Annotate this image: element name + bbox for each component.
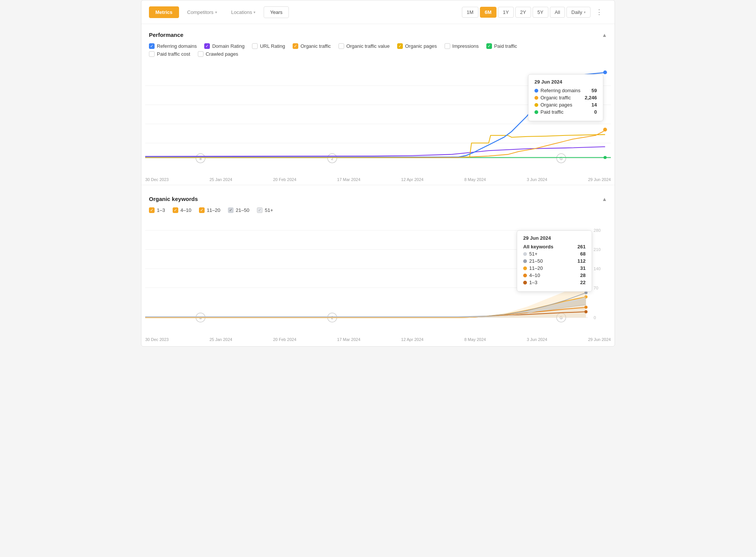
metric-paid-traffic-cost[interactable]: Paid traffic cost xyxy=(149,51,190,57)
checkbox-kw-51-plus[interactable]: ✓ xyxy=(257,207,263,213)
metric-paid-traffic[interactable]: ✓ Paid traffic xyxy=(486,43,517,49)
frequency-label: Daily xyxy=(571,9,582,15)
time-5y[interactable]: 5Y xyxy=(533,7,548,18)
performance-chart: a 2 G 29 Jun 2024 xyxy=(141,67,615,176)
y-label-210: 210 xyxy=(594,247,601,252)
organic-keywords-collapse-button[interactable]: ▲ xyxy=(602,196,607,202)
time-1m[interactable]: 1M xyxy=(462,7,478,18)
performance-header: Performance ▲ xyxy=(149,32,607,38)
organic-keywords-header: Organic keywords ▲ xyxy=(149,196,607,202)
metric-referring-domains[interactable]: ✓ Referring domains xyxy=(149,43,197,49)
metric-organic-pages[interactable]: ✓ Organic pages xyxy=(397,43,437,49)
metric-url-rating[interactable]: URL Rating xyxy=(252,43,285,49)
svg-point-26 xyxy=(584,306,587,309)
chevron-down-icon: ▾ xyxy=(215,10,217,14)
kw-filter-21-50[interactable]: ✓ 21–50 xyxy=(228,207,249,213)
header-tabs: Metrics Competitors ▾ Locations ▾ Years xyxy=(149,6,289,18)
frequency-dropdown[interactable]: Daily ▾ xyxy=(566,7,591,18)
checkbox-organic-traffic-value[interactable] xyxy=(339,43,344,49)
checkbox-impressions[interactable] xyxy=(445,43,450,49)
metric-domain-rating[interactable]: ✓ Domain Rating xyxy=(204,43,244,49)
divider-1 xyxy=(141,185,615,185)
kw-filter-4-10[interactable]: ✓ 4–10 xyxy=(173,207,191,213)
tab-competitors[interactable]: Competitors ▾ xyxy=(181,7,223,18)
checkbox-organic-traffic[interactable]: ✓ xyxy=(293,43,298,49)
checkbox-paid-traffic-cost[interactable] xyxy=(149,51,155,57)
tab-metrics[interactable]: Metrics xyxy=(149,6,179,18)
svg-point-25 xyxy=(584,310,587,313)
checkbox-referring-domains[interactable]: ✓ xyxy=(149,43,155,49)
checkbox-organic-pages[interactable]: ✓ xyxy=(397,43,403,49)
svg-point-28 xyxy=(584,291,587,294)
svg-text:G: G xyxy=(560,157,563,161)
time-1y[interactable]: 1Y xyxy=(498,7,514,18)
kw-filter-51-plus[interactable]: ✓ 51+ xyxy=(257,207,273,213)
y-label-140: 140 xyxy=(594,266,601,271)
chevron-down-icon: ▾ xyxy=(254,10,255,14)
checkbox-url-rating[interactable] xyxy=(252,43,258,49)
performance-title: Performance xyxy=(149,32,184,38)
performance-x-labels: 30 Dec 2023 25 Jan 2024 20 Feb 2024 17 M… xyxy=(141,176,615,182)
checkbox-kw-11-20[interactable]: ✓ xyxy=(199,207,205,213)
checkbox-kw-1-3[interactable]: ✓ xyxy=(149,207,155,213)
more-options-button[interactable]: ⋮ xyxy=(592,6,607,18)
keyword-x-labels: 30 Dec 2023 25 Jan 2024 20 Feb 2024 17 M… xyxy=(141,336,615,346)
checkbox-crawled-pages[interactable] xyxy=(198,51,203,57)
svg-point-13 xyxy=(603,128,607,131)
checkbox-kw-21-50[interactable]: ✓ xyxy=(228,207,234,213)
tab-years[interactable]: Years xyxy=(264,6,289,18)
organic-keywords-chart-svg: 280 210 140 70 0 a 2 G xyxy=(145,223,611,326)
performance-metrics-row-2: Paid traffic cost Crawled pages xyxy=(149,51,607,57)
kw-filter-1-3[interactable]: ✓ 1–3 xyxy=(149,207,165,213)
checkbox-kw-4-10[interactable]: ✓ xyxy=(173,207,178,213)
performance-metrics-row: ✓ Referring domains ✓ Domain Rating URL … xyxy=(149,43,607,49)
kw-filter-11-20[interactable]: ✓ 11–20 xyxy=(199,207,220,213)
organic-keywords-section: Organic keywords ▲ ✓ 1–3 ✓ 4–10 ✓ 11–20 … xyxy=(141,188,615,219)
performance-chart-svg: a 2 G xyxy=(145,67,611,166)
header: Metrics Competitors ▾ Locations ▾ Years … xyxy=(141,0,615,24)
y-label-0: 0 xyxy=(594,315,596,320)
time-2y[interactable]: 2Y xyxy=(515,7,531,18)
header-time-controls: 1M 6M 1Y 2Y 5Y All Daily ▾ ⋮ xyxy=(462,6,607,18)
organic-keywords-title: Organic keywords xyxy=(149,196,198,202)
metric-crawled-pages[interactable]: Crawled pages xyxy=(198,51,238,57)
performance-collapse-button[interactable]: ▲ xyxy=(602,32,607,38)
checkbox-domain-rating[interactable]: ✓ xyxy=(204,43,210,49)
svg-point-29 xyxy=(584,280,587,283)
time-all[interactable]: All xyxy=(550,7,565,18)
time-6m[interactable]: 6M xyxy=(480,7,496,18)
chevron-down-icon: ▾ xyxy=(584,10,586,14)
checkbox-paid-traffic[interactable]: ✓ xyxy=(486,43,492,49)
keyword-filters-row: ✓ 1–3 ✓ 4–10 ✓ 11–20 ✓ 21–50 ✓ 51+ xyxy=(149,207,607,213)
metric-impressions[interactable]: Impressions xyxy=(445,43,479,49)
tab-locations[interactable]: Locations ▾ xyxy=(225,7,262,18)
metric-organic-traffic-value[interactable]: Organic traffic value xyxy=(339,43,390,49)
y-label-280: 280 xyxy=(594,228,601,233)
svg-point-12 xyxy=(603,70,607,74)
y-label-70: 70 xyxy=(594,286,598,290)
metric-organic-traffic[interactable]: ✓ Organic traffic xyxy=(293,43,331,49)
performance-section: Performance ▲ ✓ Referring domains ✓ Doma… xyxy=(141,24,615,63)
svg-point-11 xyxy=(604,156,607,159)
organic-keywords-chart: 280 210 140 70 0 a 2 G xyxy=(141,223,615,336)
